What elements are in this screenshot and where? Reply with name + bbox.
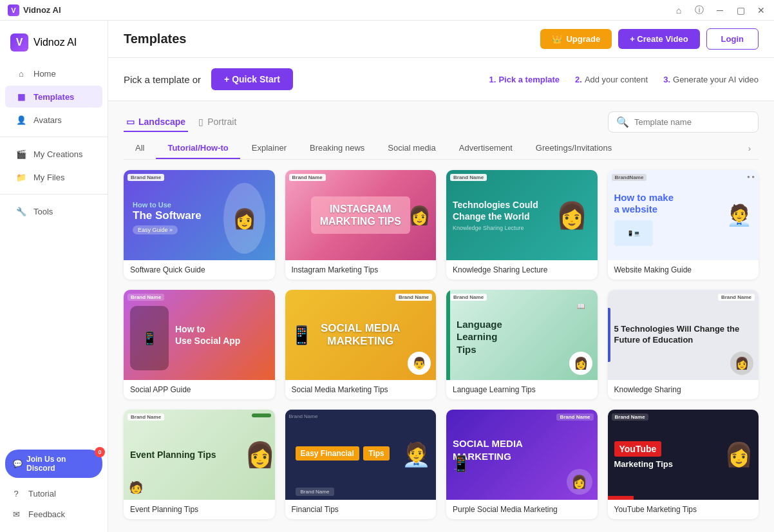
filter-more-button[interactable]: ›: [741, 138, 759, 158]
sidebar-brand: V Vidnoz AI: [0, 28, 108, 62]
sidebar-item-creations-label: My Creations: [33, 149, 83, 159]
info-icon[interactable]: ⓘ: [694, 5, 704, 15]
template-card-language[interactable]: Brand Name LanguageLearningTips 👩 📖 Lang…: [446, 290, 598, 399]
template-label-website: Website Making Guide: [608, 260, 759, 280]
sidebar-item-my-creations[interactable]: 🎬 My Creations: [5, 143, 102, 165]
filter-tutorial-howto[interactable]: Tutorial/How-to: [156, 138, 240, 159]
brand-badge: Brand Name: [289, 174, 326, 181]
brand-badge: Brand Name: [450, 294, 487, 301]
template-thumb-social-app: Brand Name 📱 How toUse Social App: [124, 290, 275, 380]
brand-name: Vidnoz AI: [33, 37, 77, 48]
avatars-nav-icon: 👤: [15, 114, 27, 126]
filter-explainer[interactable]: Explainer: [240, 138, 298, 159]
template-thumb-knowledge2: Brand Name 5 Technologies Will Change th…: [608, 290, 759, 380]
template-label-youtube: YouTube Marketing Tips: [608, 500, 759, 519]
template-label-financial: Financial Tips: [285, 500, 437, 519]
home-nav-icon: ⌂: [15, 68, 27, 79]
template-card-instagram[interactable]: Brand Name INSTAGRAMMARKTING TIPS 👩 Inst…: [285, 170, 437, 280]
brand-badge: Brand Name: [127, 294, 164, 301]
template-card-social-app[interactable]: Brand Name 📱 How toUse Social App Social…: [124, 290, 275, 399]
portrait-label: Portrait: [207, 117, 236, 127]
minimize-icon[interactable]: ─: [715, 5, 725, 15]
upgrade-label: Upgrade: [566, 34, 600, 44]
landscape-label: Landscape: [138, 117, 185, 127]
filter-all[interactable]: All: [124, 138, 156, 159]
brand-badge: Brand Name: [612, 413, 648, 421]
filter-advertisement[interactable]: Advertisement: [448, 138, 524, 159]
sidebar-item-templates[interactable]: ▦ Templates: [5, 86, 102, 108]
tab-landscape[interactable]: ▭ Landscape: [124, 113, 188, 132]
sidebar-item-avatars[interactable]: 👤 Avatars: [5, 109, 102, 131]
template-label-language: Language Learning Tips: [446, 380, 598, 399]
titlebar-logo: V Vidnoz AI: [8, 5, 61, 16]
filter-social-media[interactable]: Social media: [376, 138, 447, 159]
thumb-title-area: How to Use The Software Easy Guide »: [130, 196, 223, 235]
view-tabs-row: ▭ Landscape ▯ Portrait 🔍: [124, 101, 759, 138]
main-panel: Templates 👑 Upgrade + Create Video Login…: [108, 21, 774, 532]
upgrade-button[interactable]: 👑 Upgrade: [540, 29, 612, 49]
sidebar-item-feedback[interactable]: ✉ Feedback: [0, 504, 108, 524]
template-thumb-financial: Brand Name Easy Financial Tips 🧑‍💼 B: [285, 410, 437, 500]
template-card-financial[interactable]: Brand Name Easy Financial Tips 🧑‍💼 B: [285, 410, 437, 519]
step2-num: 2.: [575, 75, 582, 84]
template-card-website[interactable]: BrandName How to makea website 📱💻 ● ● 🧑‍…: [608, 170, 759, 280]
discord-label: Join Us on Discord: [26, 455, 95, 473]
template-grid: Brand Name How to Use The Software Easy …: [124, 170, 759, 519]
page-header: Templates 👑 Upgrade + Create Video Login: [108, 21, 774, 58]
template-card-software[interactable]: Brand Name How to Use The Software Easy …: [124, 170, 275, 280]
brand-badge: BrandName: [612, 174, 647, 181]
quick-start-banner: Pick a template or + Quick Start 1. Pick…: [108, 58, 774, 101]
brand-badge: Brand Name: [395, 294, 432, 301]
template-card-knowledge[interactable]: Brand Name Technologies Could Change the…: [446, 170, 598, 280]
brand-logo-icon: V: [10, 33, 28, 52]
template-label-instagram: Instagram Marketing Tips: [285, 260, 437, 280]
discord-badge: 0: [95, 447, 105, 457]
landscape-icon: ▭: [126, 117, 135, 127]
template-card-social-marketing[interactable]: Brand Name SOCIAL MEDIAMARKETING 👨 📱 Soc…: [285, 290, 437, 399]
sidebar-item-my-files[interactable]: 📁 My Files: [5, 166, 102, 188]
quickstart-button[interactable]: + Quick Start: [211, 68, 293, 90]
sidebar-item-home[interactable]: ⌂ Home: [5, 62, 102, 84]
template-card-purple-social[interactable]: Brand Name SOCIAL MEDIAMARKETING → 👩 📱 P…: [446, 410, 598, 519]
sidebar-item-tutorial[interactable]: ? Tutorial: [0, 483, 108, 504]
template-thumb-social-marketing: Brand Name SOCIAL MEDIAMARKETING 👨 📱: [285, 290, 437, 380]
content-area: ▭ Landscape ▯ Portrait 🔍 All Tutorial/Ho…: [108, 101, 774, 532]
template-label-event: Event Planning Tips: [124, 500, 275, 519]
discord-button[interactable]: 💬 Join Us on Discord 0: [5, 450, 102, 478]
sidebar-item-templates-label: Templates: [33, 92, 74, 102]
home-icon[interactable]: ⌂: [674, 5, 684, 15]
creations-icon: 🎬: [15, 148, 27, 160]
filter-greetings[interactable]: Greetings/Invitations: [524, 138, 624, 159]
create-video-button[interactable]: + Create Video: [618, 29, 699, 49]
tutorial-icon: ?: [10, 488, 22, 499]
search-box[interactable]: 🔍: [608, 111, 759, 133]
template-thumb-event: Brand Name Event Planning Tips 👩 🧑: [124, 410, 275, 500]
brand-badge: Brand Name: [450, 174, 487, 181]
tools-icon: 🔧: [15, 205, 27, 217]
files-icon: 📁: [15, 171, 27, 183]
tab-portrait[interactable]: ▯ Portrait: [196, 113, 239, 132]
template-thumb-knowledge: Brand Name Technologies Could Change the…: [446, 170, 598, 260]
template-card-event[interactable]: Brand Name Event Planning Tips 👩 🧑 Event…: [124, 410, 275, 519]
login-button[interactable]: Login: [706, 28, 759, 50]
filter-breaking-news[interactable]: Breaking news: [298, 138, 376, 159]
brand-badge: Brand Name: [127, 413, 164, 421]
template-thumb-software: Brand Name How to Use The Software Easy …: [124, 170, 275, 260]
step2-text: Add your content: [585, 75, 648, 84]
template-card-youtube[interactable]: Brand Name YouTube Marketing Tips 👩 Yo: [608, 410, 759, 519]
search-input[interactable]: [634, 117, 750, 127]
tutorial-label: Tutorial: [28, 489, 56, 499]
discord-icon: 💬: [13, 459, 23, 468]
close-icon[interactable]: ✕: [756, 5, 766, 15]
brand-badge: Brand Name: [556, 413, 593, 421]
template-thumb-language: Brand Name LanguageLearningTips 👩 📖: [446, 290, 598, 380]
sidebar-item-home-label: Home: [33, 69, 56, 79]
banner-step-1: 1. Pick a template: [489, 75, 560, 84]
banner-steps: 1. Pick a template 2. Add your content 3…: [489, 75, 759, 84]
template-card-knowledge2[interactable]: Brand Name 5 Technologies Will Change th…: [608, 290, 759, 399]
template-label-knowledge: Knowledge Sharing Lecture: [446, 260, 598, 280]
step1-link[interactable]: Pick a template: [498, 75, 560, 84]
sidebar-item-tools[interactable]: 🔧 Tools: [5, 200, 102, 222]
template-label-social-marketing: Social Media Marketing Tips: [285, 380, 437, 399]
maximize-icon[interactable]: ▢: [735, 5, 746, 15]
